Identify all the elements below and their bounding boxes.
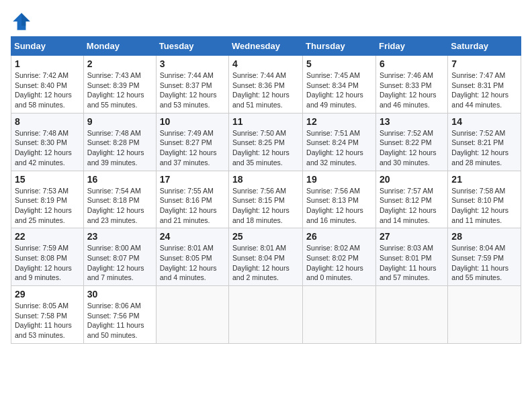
calendar-week-row: 22 Sunrise: 7:59 AMSunset: 8:08 PMDaylig… — [11, 228, 521, 286]
calendar-day-cell: 15 Sunrise: 7:53 AMSunset: 8:19 PMDaylig… — [11, 171, 84, 228]
day-info: Sunrise: 8:00 AMSunset: 8:07 PMDaylight:… — [87, 244, 144, 281]
calendar-table: SundayMondayTuesdayWednesdayThursdayFrid… — [11, 36, 521, 344]
day-info: Sunrise: 7:50 AMSunset: 8:25 PMDaylight:… — [232, 129, 290, 167]
calendar-day-cell: 1 Sunrise: 7:42 AMSunset: 8:40 PMDayligh… — [11, 56, 84, 113]
calendar-day-cell: 19 Sunrise: 7:56 AMSunset: 8:13 PMDaylig… — [303, 171, 376, 228]
day-info: Sunrise: 7:43 AMSunset: 8:39 PMDaylight:… — [87, 71, 144, 109]
day-number: 19 — [306, 174, 372, 185]
day-info: Sunrise: 8:06 AMSunset: 7:56 PMDaylight:… — [87, 302, 144, 339]
day-number: 22 — [15, 231, 80, 242]
day-number: 29 — [15, 289, 80, 300]
day-number: 1 — [15, 58, 80, 69]
calendar-day-cell: 13 Sunrise: 7:52 AMSunset: 8:22 PMDaylig… — [375, 113, 447, 171]
day-number: 25 — [232, 231, 299, 242]
day-info: Sunrise: 8:03 AMSunset: 8:01 PMDaylight:… — [380, 244, 437, 281]
day-info: Sunrise: 7:56 AMSunset: 8:15 PMDaylight:… — [232, 187, 290, 224]
day-number: 3 — [160, 58, 225, 69]
calendar-day-cell: 16 Sunrise: 7:54 AMSunset: 8:18 PMDaylig… — [83, 171, 156, 228]
day-number: 10 — [160, 116, 225, 127]
day-info: Sunrise: 8:02 AMSunset: 8:02 PMDaylight:… — [306, 244, 363, 281]
day-info: Sunrise: 7:56 AMSunset: 8:13 PMDaylight:… — [306, 187, 363, 224]
day-info: Sunrise: 7:53 AMSunset: 8:19 PMDaylight:… — [15, 187, 72, 224]
calendar-day-header: Monday — [83, 37, 156, 56]
calendar-day-cell: 3 Sunrise: 7:44 AMSunset: 8:37 PMDayligh… — [156, 56, 228, 113]
day-number: 14 — [451, 116, 517, 127]
calendar-day-header: Wednesday — [229, 37, 303, 56]
calendar-day-cell: 28 Sunrise: 8:04 AMSunset: 7:59 PMDaylig… — [448, 228, 521, 286]
day-info: Sunrise: 7:48 AMSunset: 8:28 PMDaylight:… — [87, 129, 144, 167]
day-info: Sunrise: 7:45 AMSunset: 8:34 PMDaylight:… — [306, 71, 363, 109]
calendar-day-cell: 2 Sunrise: 7:43 AMSunset: 8:39 PMDayligh… — [83, 56, 156, 113]
calendar-day-header: Thursday — [303, 37, 376, 56]
day-number: 2 — [87, 58, 152, 69]
day-number: 28 — [451, 231, 517, 242]
day-number: 21 — [451, 174, 517, 185]
day-number: 15 — [15, 174, 80, 185]
calendar-day-cell: 12 Sunrise: 7:51 AMSunset: 8:24 PMDaylig… — [303, 113, 376, 171]
calendar-week-row: 8 Sunrise: 7:48 AMSunset: 8:30 PMDayligh… — [11, 113, 521, 171]
calendar-day-cell: 27 Sunrise: 8:03 AMSunset: 8:01 PMDaylig… — [375, 228, 447, 286]
calendar-day-cell: 21 Sunrise: 7:58 AMSunset: 8:10 PMDaylig… — [448, 171, 521, 228]
calendar-day-cell: 7 Sunrise: 7:47 AMSunset: 8:31 PMDayligh… — [448, 56, 521, 113]
day-number: 6 — [380, 58, 444, 69]
day-number: 26 — [306, 231, 372, 242]
calendar-header-row: SundayMondayTuesdayWednesdayThursdayFrid… — [11, 37, 521, 56]
day-number: 24 — [160, 231, 225, 242]
day-number: 20 — [380, 174, 444, 185]
day-number: 13 — [380, 116, 444, 127]
day-number: 5 — [306, 58, 372, 69]
calendar-day-cell: 11 Sunrise: 7:50 AMSunset: 8:25 PMDaylig… — [229, 113, 303, 171]
calendar-day-header: Saturday — [448, 37, 521, 56]
calendar-day-header: Tuesday — [156, 37, 228, 56]
calendar-day-cell: 23 Sunrise: 8:00 AMSunset: 8:07 PMDaylig… — [83, 228, 156, 286]
calendar-day-cell — [375, 286, 447, 344]
day-number: 27 — [380, 231, 444, 242]
day-number: 12 — [306, 116, 372, 127]
calendar-week-row: 15 Sunrise: 7:53 AMSunset: 8:19 PMDaylig… — [11, 171, 521, 228]
logo — [11, 11, 35, 32]
day-info: Sunrise: 7:44 AMSunset: 8:36 PMDaylight:… — [232, 71, 290, 109]
calendar-day-cell — [448, 286, 521, 344]
day-info: Sunrise: 8:01 AMSunset: 8:05 PMDaylight:… — [160, 244, 217, 281]
day-number: 23 — [87, 231, 152, 242]
day-info: Sunrise: 8:04 AMSunset: 7:59 PMDaylight:… — [451, 244, 508, 281]
day-info: Sunrise: 7:52 AMSunset: 8:21 PMDaylight:… — [451, 129, 508, 167]
day-info: Sunrise: 7:58 AMSunset: 8:10 PMDaylight:… — [451, 187, 508, 224]
svg-marker-1 — [21, 13, 30, 26]
day-info: Sunrise: 8:01 AMSunset: 8:04 PMDaylight:… — [232, 244, 290, 281]
calendar-day-cell: 26 Sunrise: 8:02 AMSunset: 8:02 PMDaylig… — [303, 228, 376, 286]
calendar-day-cell: 5 Sunrise: 7:45 AMSunset: 8:34 PMDayligh… — [303, 56, 376, 113]
calendar-day-cell: 29 Sunrise: 8:05 AMSunset: 7:58 PMDaylig… — [11, 286, 84, 344]
day-number: 17 — [160, 174, 225, 185]
day-info: Sunrise: 7:59 AMSunset: 8:08 PMDaylight:… — [15, 244, 72, 281]
calendar-day-cell: 18 Sunrise: 7:56 AMSunset: 8:15 PMDaylig… — [229, 171, 303, 228]
day-number: 18 — [232, 174, 299, 185]
day-info: Sunrise: 7:54 AMSunset: 8:18 PMDaylight:… — [87, 187, 144, 224]
page-header — [11, 11, 521, 32]
calendar-day-cell: 10 Sunrise: 7:49 AMSunset: 8:27 PMDaylig… — [156, 113, 228, 171]
calendar-day-cell: 24 Sunrise: 8:01 AMSunset: 8:05 PMDaylig… — [156, 228, 228, 286]
day-info: Sunrise: 7:49 AMSunset: 8:27 PMDaylight:… — [160, 129, 217, 167]
calendar-week-row: 1 Sunrise: 7:42 AMSunset: 8:40 PMDayligh… — [11, 56, 521, 113]
calendar-day-cell: 6 Sunrise: 7:46 AMSunset: 8:33 PMDayligh… — [375, 56, 447, 113]
day-info: Sunrise: 7:57 AMSunset: 8:12 PMDaylight:… — [380, 187, 437, 224]
calendar-day-cell — [229, 286, 303, 344]
day-info: Sunrise: 7:55 AMSunset: 8:16 PMDaylight:… — [160, 187, 217, 224]
day-info: Sunrise: 7:51 AMSunset: 8:24 PMDaylight:… — [306, 129, 363, 167]
calendar-day-cell: 4 Sunrise: 7:44 AMSunset: 8:36 PMDayligh… — [229, 56, 303, 113]
calendar-day-cell: 20 Sunrise: 7:57 AMSunset: 8:12 PMDaylig… — [375, 171, 447, 228]
day-info: Sunrise: 8:05 AMSunset: 7:58 PMDaylight:… — [15, 302, 72, 339]
calendar-day-cell: 8 Sunrise: 7:48 AMSunset: 8:30 PMDayligh… — [11, 113, 84, 171]
day-info: Sunrise: 7:48 AMSunset: 8:30 PMDaylight:… — [15, 129, 72, 167]
calendar-day-cell: 17 Sunrise: 7:55 AMSunset: 8:16 PMDaylig… — [156, 171, 228, 228]
calendar-day-header: Sunday — [11, 37, 84, 56]
day-number: 11 — [232, 116, 299, 127]
day-info: Sunrise: 7:47 AMSunset: 8:31 PMDaylight:… — [451, 71, 508, 109]
day-number: 9 — [87, 116, 152, 127]
day-info: Sunrise: 7:46 AMSunset: 8:33 PMDaylight:… — [380, 71, 437, 109]
calendar-day-header: Friday — [375, 37, 447, 56]
day-number: 7 — [451, 58, 517, 69]
day-number: 16 — [87, 174, 152, 185]
day-number: 8 — [15, 116, 80, 127]
calendar-day-cell — [156, 286, 228, 344]
